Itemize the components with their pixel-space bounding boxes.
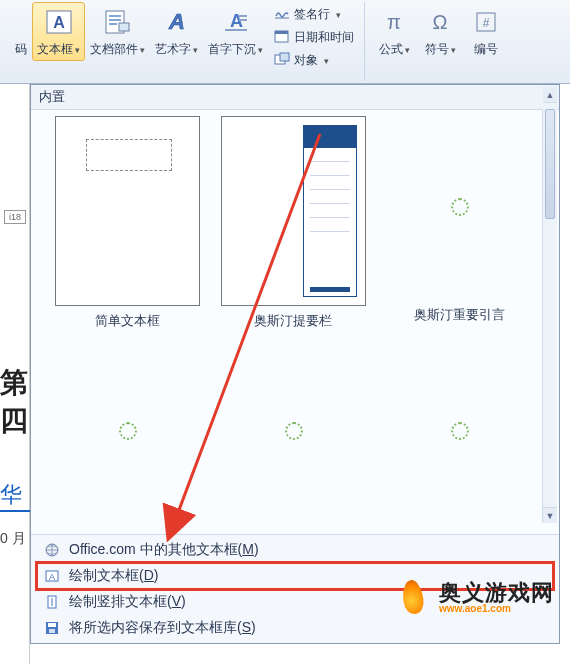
ribbon: 码 A 文本框▾ 文档部件▾ (0, 0, 570, 84)
number-icon: # (471, 5, 501, 39)
save-selection-label: 将所选内容保存到文本框库(S) (69, 619, 256, 637)
text-box-button[interactable]: A 文本框▾ (32, 2, 85, 61)
chevron-down-icon: ▾ (336, 10, 341, 20)
svg-rect-11 (225, 29, 247, 31)
date-time-button[interactable]: 日期和时间 (270, 27, 358, 48)
svg-text:#: # (483, 16, 490, 30)
wordart-label: 艺术字 (155, 42, 191, 56)
svg-rect-28 (49, 629, 55, 633)
scroll-up-arrow[interactable]: ▲ (543, 87, 557, 103)
scrollbar-thumb[interactable] (545, 109, 555, 219)
svg-rect-16 (280, 53, 289, 61)
draw-textbox-label: 绘制文本框(D) (69, 567, 158, 585)
object-label: 对象 (294, 52, 318, 69)
loading-spinner-icon (449, 196, 469, 216)
doc-date-fragment: 0 月 (0, 530, 30, 548)
quick-parts-icon (103, 5, 133, 39)
loading-spinner-icon (283, 420, 303, 440)
symbol-button[interactable]: Ω 符号▾ (417, 2, 463, 61)
scroll-down-arrow[interactable]: ▼ (543, 507, 557, 523)
signature-icon (274, 6, 290, 23)
chevron-down-icon: ▾ (405, 45, 410, 55)
gallery-item-label: 简单文本框 (95, 312, 160, 330)
thumb-simple-textbox (55, 116, 200, 306)
date-time-icon (274, 29, 290, 46)
signature-line-label: 签名行 (294, 6, 330, 23)
svg-text:A: A (168, 9, 185, 34)
equation-icon: π (379, 5, 409, 39)
chevron-down-icon: ▾ (140, 45, 145, 55)
text-box-icon: A (45, 5, 73, 39)
ribbon-group-symbols: π 公式▾ Ω 符号▾ # 编号 (365, 2, 515, 81)
chevron-down-icon: ▾ (451, 45, 456, 55)
svg-rect-5 (109, 23, 117, 25)
number-button[interactable]: # 编号 (463, 2, 509, 61)
quick-parts-button[interactable]: 文档部件▾ (85, 2, 150, 61)
symbol-label: 符号 (425, 42, 449, 56)
svg-rect-14 (275, 31, 288, 34)
chevron-down-icon: ▾ (193, 45, 198, 55)
svg-rect-27 (48, 623, 56, 627)
loading-spinner-icon (117, 420, 137, 440)
gallery-item-simple-textbox[interactable]: 简单文本框 (47, 116, 207, 330)
office-icon (43, 541, 61, 559)
svg-text:A: A (53, 14, 65, 31)
text-box-label: 文本框 (37, 42, 73, 56)
textbox-gallery-panel: 内置 ▴ 简单文本框 奥斯汀提要栏 (30, 84, 560, 644)
drop-cap-button[interactable]: A 首字下沉▾ (203, 2, 268, 61)
object-button[interactable]: 对象▾ (270, 50, 358, 71)
office-com-more-textboxes[interactable]: Office.com 中的其他文本框(M) (37, 537, 553, 563)
gallery-footer-menu: Office.com 中的其他文本框(M) A 绘制文本框(D) 绘制竖排文本框… (31, 534, 559, 643)
row-marker: i18 (4, 210, 26, 224)
chevron-down-icon: ▾ (75, 45, 80, 55)
document-fragment: 第四 华 0 月 (0, 364, 30, 548)
gallery-item-label: 奥斯汀提要栏 (254, 312, 332, 330)
symbol-icon: Ω (425, 5, 455, 39)
office-com-label: Office.com 中的其他文本框(M) (69, 541, 259, 559)
save-selection-icon (43, 619, 61, 637)
gallery-header: 内置 ▴ (31, 85, 559, 110)
code-indicator: 码 (10, 2, 32, 61)
gallery-grid: 简单文本框 奥斯汀提要栏 奥斯汀重要引言 (47, 116, 547, 534)
code-label: 码 (15, 41, 27, 58)
gallery-item-border-quote[interactable]: 边线型引述 (213, 340, 373, 534)
gallery-item-austin-quote[interactable]: 奥斯汀重要引言 (379, 116, 539, 330)
svg-rect-4 (109, 19, 121, 21)
signature-line-button[interactable]: 签名行▾ (270, 4, 358, 25)
gallery-item-label: 奥斯汀重要引言 (414, 306, 505, 324)
svg-rect-6 (119, 23, 129, 31)
wordart-icon: A (162, 5, 192, 39)
gallery-scroll-area: 简单文本框 奥斯汀提要栏 奥斯汀重要引言 (31, 110, 559, 534)
draw-text-box[interactable]: A 绘制文本框(D) (37, 563, 553, 589)
draw-textbox-icon: A (43, 567, 61, 585)
thumb-austin-sidebar (221, 116, 366, 306)
chevron-down-icon: ▾ (258, 45, 263, 55)
number-label: 编号 (474, 41, 498, 58)
doc-heading-fragment: 第四 (0, 364, 30, 440)
gallery-item-traditional-sidebar[interactable]: 传统型提要栏 (379, 340, 539, 534)
svg-rect-10 (239, 19, 247, 21)
svg-rect-3 (109, 15, 121, 17)
svg-rect-9 (239, 15, 247, 17)
svg-text:Ω: Ω (433, 11, 448, 33)
draw-vertical-text-box[interactable]: 绘制竖排文本框(V) (37, 589, 553, 615)
equation-button[interactable]: π 公式▾ (371, 2, 417, 61)
draw-vertical-textbox-label: 绘制竖排文本框(V) (69, 593, 186, 611)
svg-text:A: A (49, 572, 55, 582)
ribbon-small-column: 签名行▾ 日期和时间 对象▾ (268, 2, 358, 71)
gallery-item-austin-sidebar[interactable]: 奥斯汀提要栏 (213, 116, 373, 330)
object-icon (274, 52, 290, 69)
document-left-strip: i18 第四 华 0 月 (0, 84, 30, 664)
quick-parts-label: 文档部件 (90, 42, 138, 56)
svg-text:π: π (387, 11, 401, 33)
save-selection-to-gallery[interactable]: 将所选内容保存到文本框库(S) (37, 615, 553, 641)
gallery-item-border-sidebar[interactable]: 边线型提要栏 (47, 340, 207, 534)
wordart-button[interactable]: A 艺术字▾ (150, 2, 203, 61)
date-time-label: 日期和时间 (294, 29, 354, 46)
drop-cap-label: 首字下沉 (208, 42, 256, 56)
loading-spinner-icon (449, 420, 469, 440)
ribbon-group-text: 码 A 文本框▾ 文档部件▾ (4, 2, 365, 81)
drop-cap-icon: A (221, 5, 251, 39)
gallery-scrollbar[interactable]: ▲ ▼ (542, 109, 557, 523)
chevron-down-icon: ▾ (324, 56, 329, 66)
